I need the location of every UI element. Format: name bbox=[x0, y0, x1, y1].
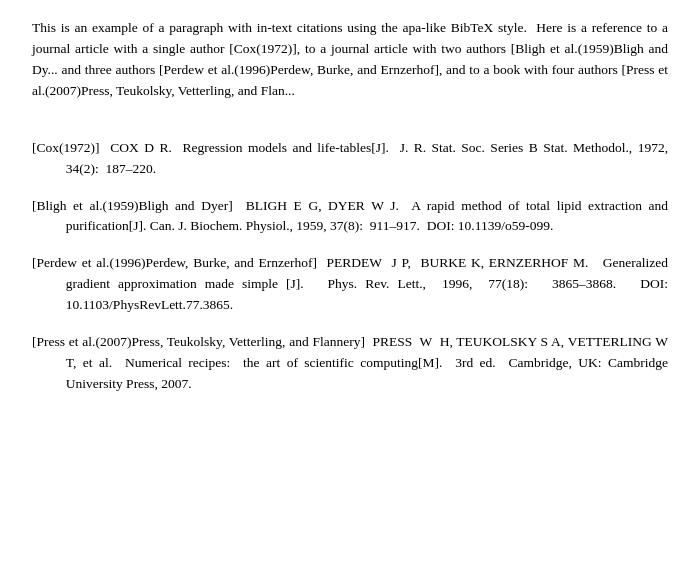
reference-cox-1972: [Cox(1972)] COX D R. Regression models a… bbox=[32, 138, 668, 180]
ref-text-cox: COX D R. Regression models and life-tabl… bbox=[66, 140, 668, 176]
paragraph-text: This is an example of a paragraph with i… bbox=[32, 18, 668, 102]
ref-label-bligh: [Bligh et al.(1959)Bligh and Dyer] bbox=[32, 198, 233, 213]
reference-bligh-1959: [Bligh et al.(1959)Bligh and Dyer] BLIGH… bbox=[32, 196, 668, 238]
ref-label-perdew: [Perdew et al.(1996)Perdew, Burke, and E… bbox=[32, 255, 317, 270]
reference-perdew-1996: [Perdew et al.(1996)Perdew, Burke, and E… bbox=[32, 253, 668, 316]
references-section: [Cox(1972)] COX D R. Regression models a… bbox=[32, 138, 668, 395]
ref-label-press: [Press et al.(2007)Press, Teukolsky, Vet… bbox=[32, 334, 365, 349]
ref-label-cox: [Cox(1972)] bbox=[32, 140, 100, 155]
reference-press-2007: [Press et al.(2007)Press, Teukolsky, Vet… bbox=[32, 332, 668, 395]
page-content: This is an example of a paragraph with i… bbox=[0, 0, 700, 431]
paragraph-section: This is an example of a paragraph with i… bbox=[32, 18, 668, 102]
